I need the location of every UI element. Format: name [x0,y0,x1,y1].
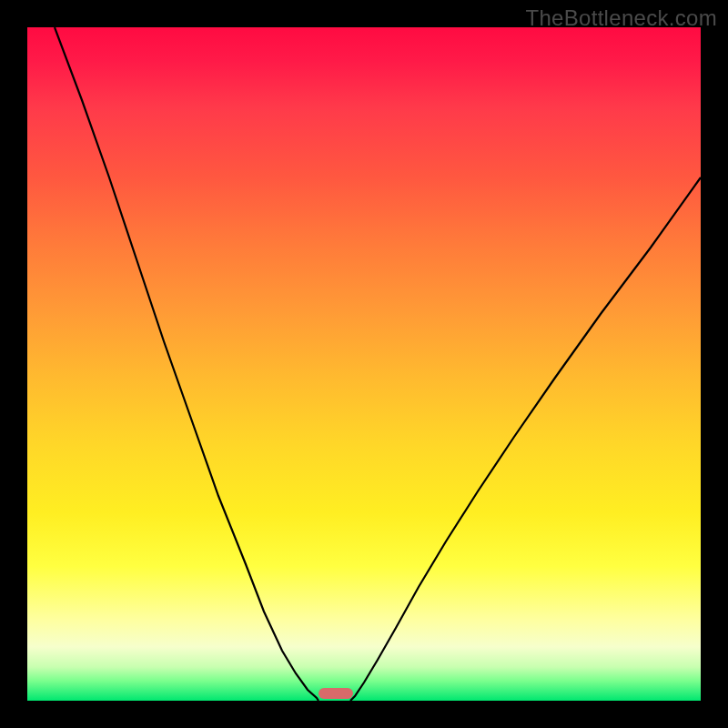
right-branch-path [350,177,701,701]
bottleneck-curve [27,27,701,701]
optimal-marker [318,688,353,699]
chart-frame: TheBottleneck.com [0,0,728,728]
left-branch-path [55,27,318,701]
plot-area [27,27,701,701]
